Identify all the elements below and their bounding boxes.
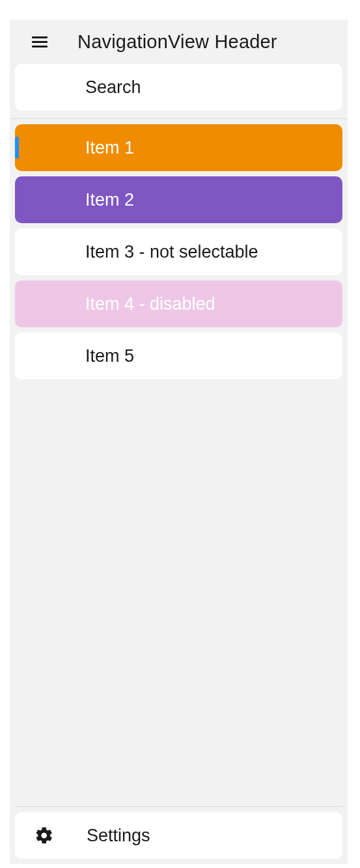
hamburger-icon[interactable] (32, 33, 50, 51)
settings-label: Settings (87, 826, 150, 846)
selection-indicator (15, 345, 19, 367)
selection-indicator (15, 293, 19, 315)
nav-header: NavigationView Header (10, 20, 348, 64)
search-input[interactable] (15, 64, 342, 111)
nav-item-1[interactable]: Item 1 (15, 124, 342, 171)
nav-item-3: Item 3 - not selectable (15, 228, 342, 275)
nav-item-4: Item 4 - disabled (15, 280, 342, 327)
nav-item-label: Item 1 (85, 138, 134, 158)
nav-item-label: Item 4 - disabled (85, 294, 215, 314)
nav-item-label: Item 3 - not selectable (85, 242, 258, 262)
nav-footer: Settings (10, 806, 348, 864)
search-container (10, 64, 348, 118)
selection-indicator (15, 189, 19, 211)
nav-header-title: NavigationView Header (77, 31, 277, 53)
nav-item-label: Item 5 (85, 346, 134, 366)
selection-indicator (15, 137, 19, 159)
navigation-view: NavigationView Header Item 1Item 2Item 3… (10, 20, 348, 864)
nav-item-list: Item 1Item 2Item 3 - not selectableItem … (10, 119, 348, 806)
nav-item-2[interactable]: Item 2 (15, 176, 342, 223)
gear-icon (35, 826, 54, 845)
separator (15, 806, 342, 807)
selection-indicator (15, 241, 19, 263)
settings-item[interactable]: Settings (15, 812, 342, 859)
nav-item-label: Item 2 (85, 190, 134, 210)
nav-item-5[interactable]: Item 5 (15, 332, 342, 379)
